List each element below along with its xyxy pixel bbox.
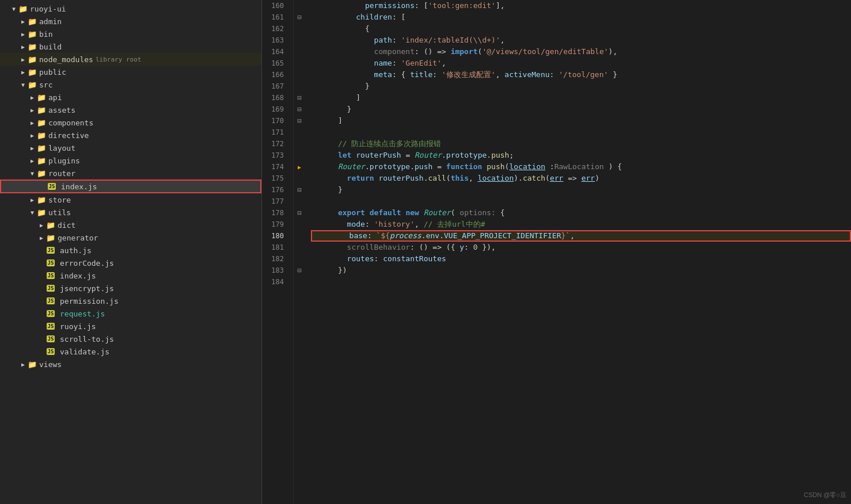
tree-item-build[interactable]: build <box>0 40 261 53</box>
label-src: src <box>39 81 52 89</box>
gutter-166 <box>294 69 305 81</box>
arrow-ruoyi-ui <box>9 4 18 13</box>
arrow-build <box>18 42 28 51</box>
folder-icon-ruoyi-ui <box>18 4 28 13</box>
tree-item-layout[interactable]: layout <box>0 142 261 154</box>
tree-item-request-js[interactable]: request.js <box>0 307 261 320</box>
gutter-169: ⊟ <box>294 104 305 115</box>
tree-item-ruoyi-js[interactable]: ruoyi.js <box>0 320 261 333</box>
tree-item-router[interactable]: router <box>0 167 261 180</box>
ln-181: 181 <box>262 242 288 253</box>
folder-icon-dict <box>46 220 55 230</box>
tree-item-errorcode-js[interactable]: errorCode.js <box>0 257 261 269</box>
tree-item-admin[interactable]: admin <box>0 15 261 28</box>
ln-161: 161 <box>262 12 288 23</box>
arrow-validate <box>37 347 46 356</box>
ln-171: 171 <box>262 127 288 138</box>
label-router-index: index.js <box>61 182 97 191</box>
tree-item-components[interactable]: components <box>0 116 261 129</box>
label-jsencrypt: jsencrypt.js <box>60 284 114 293</box>
tree-item-public[interactable]: public <box>0 66 261 78</box>
ln-182: 182 <box>262 253 288 265</box>
label-permission: permission.js <box>60 297 119 306</box>
tree-item-generator[interactable]: generator <box>0 231 261 244</box>
tree-item-auth-js[interactable]: auth.js <box>0 244 261 257</box>
arrow-assets <box>28 105 37 114</box>
folder-icon-admin <box>28 17 37 26</box>
code-line-176: } <box>311 184 851 196</box>
arrow-src <box>18 80 28 89</box>
tree-item-node-modules[interactable]: 📁 node_modules library root <box>0 53 261 66</box>
code-line-184 <box>311 276 851 288</box>
gutter-167 <box>294 81 305 92</box>
gutter-168: ⊟ <box>294 92 305 104</box>
gutter-164 <box>294 46 305 58</box>
js-icon-jsencrypt <box>46 284 55 293</box>
code-line-160: permissions: ['tool:gen:edit'], <box>311 0 851 12</box>
folder-icon-utils <box>37 208 46 217</box>
tree-item-plugins[interactable]: plugins <box>0 154 261 167</box>
file-tree-panel: ruoyi-ui admin bin build 📁 node_modules … <box>0 0 262 504</box>
arrow-errorcode <box>37 258 46 268</box>
label-admin: admin <box>39 17 62 26</box>
label-public: public <box>39 68 66 77</box>
js-icon-router-index <box>47 182 56 191</box>
tree-item-ruoyi-ui[interactable]: ruoyi-ui <box>0 2 261 15</box>
label-store: store <box>48 196 71 204</box>
arrow-scroll-to <box>37 334 46 343</box>
code-line-163: path: 'index/:tableId(\\d+)', <box>311 35 851 46</box>
gutter-184 <box>294 276 305 288</box>
code-line-172: // 防止连续点击多次路由报错 <box>311 138 851 150</box>
folder-icon-store <box>37 195 46 204</box>
tree-item-validate-js[interactable]: validate.js <box>0 345 261 358</box>
tree-item-assets[interactable]: assets <box>0 104 261 116</box>
code-editor: 160 161 162 163 164 165 166 167 168 169 … <box>262 0 851 504</box>
folder-icon-router <box>37 169 46 178</box>
label-plugins: plugins <box>48 156 80 165</box>
gutter-182 <box>294 253 305 265</box>
tree-item-views[interactable]: views <box>0 358 261 371</box>
label-index: index.js <box>60 272 96 280</box>
arrow-store <box>28 195 37 204</box>
code-line-170: ] <box>311 115 851 127</box>
code-line-171 <box>311 127 851 138</box>
tree-item-api[interactable]: api <box>0 91 261 104</box>
ln-175: 175 <box>262 173 288 184</box>
label-directive: directive <box>48 131 89 140</box>
ln-176: 176 <box>262 184 288 196</box>
arrow-plugins <box>28 156 37 165</box>
tree-item-scroll-to-js[interactable]: scroll-to.js <box>0 333 261 345</box>
tree-item-directive[interactable]: directive <box>0 129 261 142</box>
tree-item-src[interactable]: src <box>0 78 261 91</box>
tree-item-utils[interactable]: utils <box>0 206 261 219</box>
code-line-162: { <box>311 23 851 35</box>
code-line-180: base: `${process.env.VUE_APP_PROJECT_IDE… <box>311 230 851 242</box>
js-icon-scroll-to <box>46 334 55 343</box>
ln-162: 162 <box>262 23 288 35</box>
ln-169: 169 <box>262 104 288 115</box>
label-request: request.js <box>60 310 105 318</box>
folder-icon-layout <box>37 143 46 152</box>
tree-item-router-index-js[interactable]: index.js <box>0 180 261 193</box>
js-icon-permission <box>46 296 55 306</box>
arrow-node-modules <box>18 55 28 64</box>
tree-item-jsencrypt-js[interactable]: jsencrypt.js <box>0 282 261 295</box>
code-line-181: scrollBehavior: () => ({ y: 0 }), <box>311 242 851 253</box>
ln-160: 160 <box>262 0 288 12</box>
tree-item-permission-js[interactable]: permission.js <box>0 295 261 307</box>
gutter-160 <box>294 0 305 12</box>
tree-item-bin[interactable]: bin <box>0 28 261 40</box>
label-layout: layout <box>48 144 75 152</box>
tree-item-dict[interactable]: dict <box>0 219 261 231</box>
ln-178: 178 <box>262 207 288 219</box>
tree-item-store[interactable]: store <box>0 193 261 206</box>
code-line-168: ] <box>311 92 851 104</box>
label-validate: validate.js <box>60 348 109 356</box>
ln-168: 168 <box>262 92 288 104</box>
folder-icon-assets <box>37 105 46 114</box>
arrow-router-index <box>38 182 47 191</box>
js-icon-index <box>46 271 55 280</box>
tree-item-index-js[interactable]: index.js <box>0 269 261 282</box>
folder-icon-build <box>28 42 37 51</box>
ln-170: 170 <box>262 115 288 127</box>
